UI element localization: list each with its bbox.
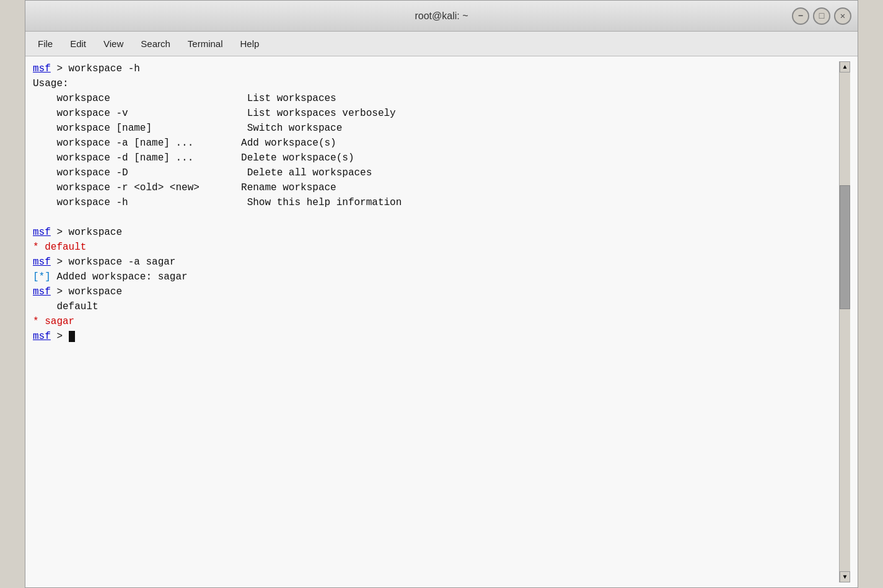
prompt-2: msf (33, 227, 51, 238)
close-icon: ✕ (840, 11, 845, 21)
line-ws8: workspace -h Show this help information (33, 195, 839, 210)
line-4: msf > workspace (33, 284, 839, 299)
line-ws1: workspace List workspaces (33, 91, 839, 106)
line-default2: default (33, 299, 839, 314)
minimize-icon: − (798, 11, 803, 21)
line-ws7: workspace -r <old> <new> Rename workspac… (33, 180, 839, 195)
scrollbar-thumb[interactable] (840, 185, 850, 309)
line-ws3: workspace [name] Switch workspace (33, 121, 839, 136)
menu-help[interactable]: Help (233, 36, 267, 51)
scrollbar-track (840, 61, 850, 582)
line-2: msf > workspace (33, 225, 839, 240)
menu-view[interactable]: View (96, 36, 131, 51)
line-sagar: * sagar (33, 314, 839, 329)
line-added: [*] Added workspace: sagar (33, 270, 839, 284)
scroll-down-button[interactable]: ▼ (840, 571, 850, 582)
menu-terminal[interactable]: Terminal (180, 36, 231, 51)
close-button[interactable]: ✕ (834, 7, 851, 25)
line-default: * default (33, 240, 839, 255)
line-blank (33, 210, 839, 225)
cursor-block (69, 331, 75, 342)
line-ws6: workspace -D Delete all workspaces (33, 165, 839, 180)
menu-edit[interactable]: Edit (63, 36, 94, 51)
line-ws4: workspace -a [name] ... Add workspace(s) (33, 136, 839, 151)
scrollbar[interactable]: ▲ ▼ (839, 61, 850, 582)
maximize-icon: □ (819, 11, 824, 21)
menu-bar: File Edit View Search Terminal Help (25, 32, 858, 56)
scroll-up-button[interactable]: ▲ (840, 61, 850, 72)
prompt-4: msf (33, 286, 51, 297)
line-usage: Usage: (33, 76, 839, 91)
line-ws2: workspace -v List workspaces verbosely (33, 106, 839, 121)
maximize-button[interactable]: □ (813, 7, 830, 25)
menu-search[interactable]: Search (133, 36, 178, 51)
window-controls: − □ ✕ (792, 7, 851, 25)
prompt-1: msf (33, 63, 51, 74)
terminal-body[interactable]: msf > workspace -h Usage: workspace List… (25, 56, 858, 587)
title-bar: root@kali: ~ − □ ✕ (25, 1, 858, 32)
menu-file[interactable]: File (30, 36, 60, 51)
line-3: msf > workspace -a sagar (33, 255, 839, 270)
window-title: root@kali: ~ (415, 11, 468, 22)
prompt-3: msf (33, 257, 51, 268)
line-ws5: workspace -d [name] ... Delete workspace… (33, 151, 839, 165)
terminal-output: msf > workspace -h Usage: workspace List… (33, 61, 839, 582)
terminal-window: root@kali: ~ − □ ✕ File Edit View Search… (25, 0, 858, 588)
prompt-5: msf (33, 331, 51, 342)
minimize-button[interactable]: − (792, 7, 809, 25)
line-1: msf > workspace -h (33, 61, 839, 76)
line-final-prompt: msf > (33, 329, 839, 344)
